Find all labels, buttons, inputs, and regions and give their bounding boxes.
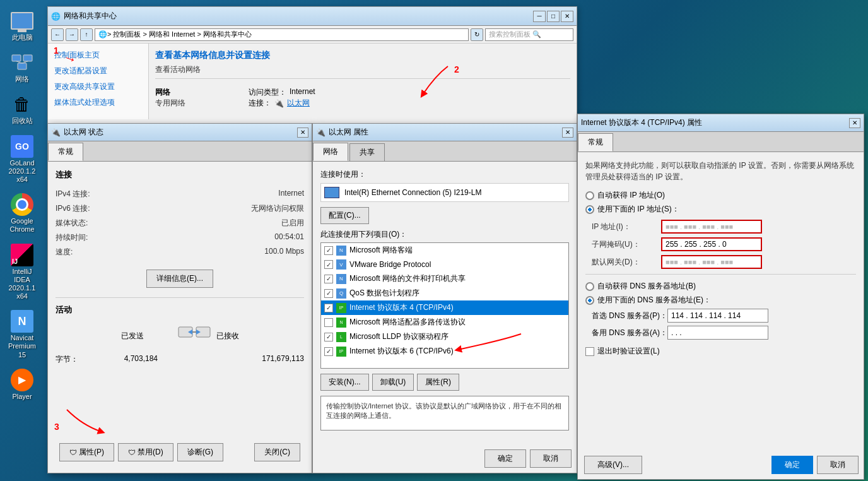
props-footer: 确定 取消: [484, 449, 572, 468]
item-name-1: VMware Bridge Protocol: [349, 260, 431, 269]
tab-network[interactable]: 网络: [313, 143, 348, 161]
subnet-input[interactable]: 255 . 255 . 255 . 0: [661, 237, 762, 251]
manual-ip-radio[interactable]: [585, 205, 594, 214]
list-item-3[interactable]: Q QoS 数据包计划程序: [321, 286, 568, 300]
ipv4-close[interactable]: ✕: [849, 118, 860, 128]
ethernet-status-icon: 🔌: [51, 128, 61, 137]
active-networks-label: 查看活动网络: [155, 64, 570, 79]
sidebar-item-computer[interactable]: 此电脑: [2, 6, 43, 45]
minimize-button[interactable]: ─: [533, 11, 546, 22]
tab-general[interactable]: 常规: [48, 143, 83, 161]
up-button[interactable]: ↑: [80, 28, 93, 41]
disable-button[interactable]: 🛡 禁用(D): [118, 443, 173, 461]
ethernet-status-close[interactable]: ✕: [297, 128, 308, 138]
advanced-button[interactable]: 高级(V)...: [584, 456, 642, 474]
properties-item-button[interactable]: 属性(R): [417, 374, 459, 391]
search-placeholder: 搜索控制面板: [489, 30, 531, 39]
item-name-5: Microsoft 网络适配器多路传送协议: [349, 317, 466, 328]
ipv4-value: Internet: [278, 189, 304, 199]
checkbox-2[interactable]: [324, 275, 333, 283]
sidebar-item-intellij[interactable]: IJ IntelliJ IDEA2020.1.1 x64: [2, 240, 43, 304]
detail-button[interactable]: 详细信息(E)...: [146, 270, 213, 288]
alternate-dns-value: . . .: [671, 328, 682, 337]
diagnose-button[interactable]: 诊断(G): [177, 443, 223, 461]
list-item-6[interactable]: L Microsoft LLDP 协议驱动程序: [321, 330, 568, 344]
media-label: 媒体状态:: [56, 218, 88, 229]
list-item-4[interactable]: IP Internet 协议版本 4 (TCP/IPv4): [321, 300, 568, 315]
alternate-dns-input[interactable]: . . .: [667, 326, 768, 340]
close-status-button[interactable]: 关闭(C): [254, 443, 300, 461]
list-item-0[interactable]: N Microsoft 网络客端: [321, 243, 568, 258]
props-ok-button[interactable]: 确定: [484, 449, 526, 468]
manual-dns-radio[interactable]: [585, 296, 594, 305]
auto-ip-radio[interactable]: [585, 191, 594, 200]
ipv4-cancel-button[interactable]: 取消: [817, 456, 859, 474]
validate-check: 退出时验证设置(L): [585, 346, 856, 357]
uninstall-button[interactable]: 卸载(U): [372, 374, 414, 391]
checkbox-7[interactable]: [324, 347, 333, 356]
sidebar-item-player[interactable]: ▶ Player: [2, 365, 43, 404]
checkbox-4[interactable]: [324, 304, 333, 312]
checkbox-1[interactable]: [324, 260, 333, 269]
intellij-icon: IJ: [11, 244, 33, 266]
ip-blurred: ■■■ . ■■■ . ■■■ . ■■■: [666, 223, 733, 230]
refresh-button[interactable]: ↻: [471, 28, 483, 41]
auto-dns-radio[interactable]: [585, 282, 594, 291]
close-button[interactable]: ✕: [561, 11, 573, 22]
search-box[interactable]: 搜索控制面板 🔍: [485, 28, 573, 41]
checkbox-5[interactable]: [324, 318, 333, 327]
back-button[interactable]: ←: [51, 28, 64, 41]
window-title-icon: 🌐: [51, 12, 61, 21]
tab-ipv4-general[interactable]: 常规: [578, 133, 613, 151]
tab-sharing[interactable]: 共享: [349, 143, 385, 161]
checkbox-3[interactable]: [324, 289, 333, 298]
preferred-dns-label: 首选 DNS 服务器(P)：: [592, 311, 667, 321]
sidebar-item-network[interactable]: 网络: [2, 48, 43, 86]
properties-button[interactable]: 🛡 属性(P): [59, 443, 114, 461]
access-info: 访问类型： Internet 连接： 🔌 以太网: [249, 87, 315, 109]
validate-checkbox[interactable]: [585, 347, 594, 356]
network-name-area: 网络 专用网络: [155, 87, 185, 109]
item-icon-5: N: [336, 318, 346, 328]
computer-label: 此电脑: [12, 33, 33, 42]
window-controls: ─ □ ✕: [533, 11, 573, 22]
checkbox-0[interactable]: [324, 246, 333, 255]
forward-button[interactable]: →: [66, 28, 78, 41]
ethernet-status-tabs: 常规: [48, 141, 312, 162]
list-item-7[interactable]: IP Internet 协议版本 6 (TCP/IPv6): [321, 344, 568, 359]
item-name-0: Microsoft 网络客端: [349, 245, 413, 256]
link-control-panel[interactable]: 控制面板主页: [54, 50, 142, 61]
description-box: 传输控制协议/Internet 协议。该协议是默认的广域网络协议，用于在不同的相…: [320, 396, 569, 431]
props-cancel-button[interactable]: 取消: [530, 449, 572, 468]
connection-link[interactable]: 以太网: [287, 98, 310, 109]
ipv4-ok-button[interactable]: 确定: [771, 456, 813, 474]
sidebar-item-navicat[interactable]: N NavicatPremium 15: [2, 307, 43, 362]
install-button[interactable]: 安装(N)...: [320, 374, 369, 391]
access-type-value: Internet: [290, 87, 315, 98]
sidebar-item-goland[interactable]: GO GoLand2020.1.2 x64: [2, 132, 43, 187]
ip-radio-section: 自动获得 IP 地址(O) 使用下面的 IP 地址(S)：: [585, 190, 856, 215]
sidebar-item-chrome[interactable]: GoogleChrome: [2, 190, 43, 237]
ip-address-input[interactable]: ■■■ . ■■■ . ■■■ . ■■■: [661, 220, 762, 234]
ipv6-label: IPv6 连接:: [56, 203, 90, 214]
list-item-2[interactable]: N Microsoft 网络的文件和打印机共享: [321, 271, 568, 286]
configure-button[interactable]: 配置(C)...: [320, 207, 369, 224]
main-window: 🌐 网络和共享中心 ─ □ ✕ ← → ↑ 🌐 > 控制面板 > 网络和 Int…: [47, 6, 577, 129]
preferred-dns-input[interactable]: 114 . 114 . 114 . 114: [667, 309, 768, 323]
checkbox-6[interactable]: [324, 333, 333, 341]
item-name-2: Microsoft 网络的文件和打印机共享: [349, 273, 466, 284]
ethernet-props-close[interactable]: ✕: [562, 128, 573, 138]
list-item-1[interactable]: V VMware Bridge Protocol: [321, 258, 568, 271]
list-item-5[interactable]: N Microsoft 网络适配器多路传送协议: [321, 315, 568, 330]
sidebar-item-recycle[interactable]: 🗑 回收站: [2, 90, 43, 128]
goland-icon: GO: [11, 135, 33, 158]
maximize-button[interactable]: □: [547, 11, 560, 22]
ipv4-content: 如果网络支持此功能，则可以获取自动指派的 IP 设置。否则，你需要从网络系统管理…: [578, 152, 864, 364]
address-path[interactable]: 🌐 > 控制面板 > 网络和 Internet > 网络和共享中心: [95, 28, 469, 41]
gateway-input[interactable]: ■■■ . ■■■ . ■■■ . ■■■: [661, 255, 762, 269]
link-adapter-settings[interactable]: 更改适配器设置: [54, 66, 142, 76]
ethernet-props-title: 🔌 以太网 属性: [316, 127, 368, 138]
bytes-received: 171,679,113: [262, 354, 304, 365]
link-advanced-sharing[interactable]: 更改高级共享设置: [54, 81, 142, 92]
link-media-streaming[interactable]: 媒体流式处理选项: [54, 97, 142, 108]
